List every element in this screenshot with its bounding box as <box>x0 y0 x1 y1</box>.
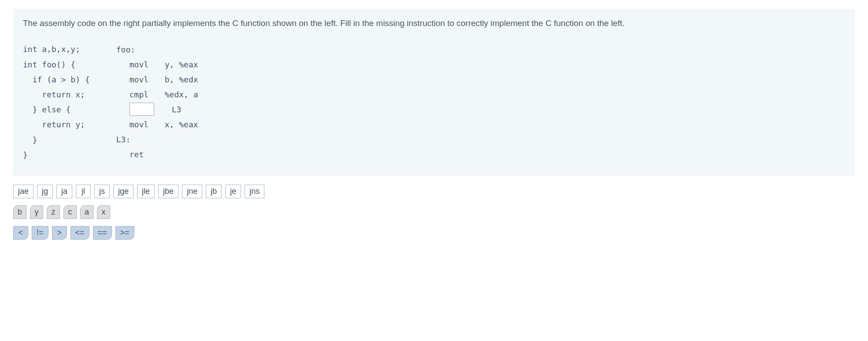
tile-var[interactable]: b <box>13 205 26 219</box>
tile-op[interactable]: != <box>32 226 48 240</box>
asm-args: y, %eax <box>165 60 198 69</box>
blank-input[interactable] <box>130 103 154 116</box>
tile-jump[interactable]: ja <box>56 185 72 198</box>
asm-line: cmpl %edx, a <box>116 87 198 102</box>
tile-jump[interactable]: jne <box>182 185 202 198</box>
asm-line-blank: L3 <box>116 102 198 117</box>
asm-op: ret <box>116 150 165 159</box>
asm-line: movl y, %eax <box>116 57 198 72</box>
asm-label: foo: <box>116 45 165 54</box>
tile-op[interactable]: >= <box>115 226 134 240</box>
instruction-text: The assembly code on the right partially… <box>23 17 845 30</box>
tile-jump[interactable]: jle <box>137 185 155 198</box>
tile-op[interactable]: <= <box>70 226 89 240</box>
asm-line: movl b, %edx <box>116 72 198 87</box>
asm-label: L3: <box>116 135 165 144</box>
asm-args: %edx, a <box>165 90 198 99</box>
asm-op: cmpl <box>116 90 165 99</box>
tile-jump[interactable]: jae <box>13 185 33 198</box>
tile-var[interactable]: z <box>47 205 60 219</box>
tile-jump[interactable]: jbe <box>158 185 178 198</box>
asm-op: movl <box>116 75 165 84</box>
code-row: int a,b,x,y; int foo() { if (a > b) { re… <box>23 42 845 163</box>
tile-var[interactable]: y <box>30 205 43 219</box>
asm-line: ret <box>116 147 198 162</box>
asm-line: foo: <box>116 42 198 57</box>
tile-op[interactable]: > <box>52 226 67 240</box>
tile-jump[interactable]: jl <box>76 185 91 198</box>
tile-jump[interactable]: jge <box>113 185 134 198</box>
asm-code-block: foo: movl y, %eax movl b, %edx cmpl %edx… <box>116 42 198 162</box>
asm-args: x, %eax <box>165 120 198 129</box>
asm-op: movl <box>116 60 165 69</box>
asm-line: L3: <box>116 132 198 147</box>
asm-op: movl <box>116 120 165 129</box>
tile-row-vars: b y z c a x <box>13 205 855 219</box>
c-code-block: int a,b,x,y; int foo() { if (a > b) { re… <box>23 42 90 163</box>
tile-var[interactable]: a <box>80 205 93 219</box>
tile-var[interactable]: c <box>63 205 77 219</box>
tile-row-ops: < != > <= == >= <box>13 226 855 240</box>
question-panel: The assembly code on the right partially… <box>13 9 855 176</box>
tile-row-jumps: jae jg ja jl js jge jle jbe jne jb je jn… <box>13 185 855 198</box>
asm-args: b, %edx <box>165 75 198 84</box>
tile-jump[interactable]: jb <box>206 185 222 198</box>
tile-jump[interactable]: je <box>225 185 241 198</box>
tile-op[interactable]: == <box>93 226 112 240</box>
asm-line: movl x, %eax <box>116 117 198 132</box>
tile-jump[interactable]: js <box>94 185 110 198</box>
tile-var[interactable]: x <box>97 205 110 219</box>
tile-jump[interactable]: jns <box>245 185 264 198</box>
tile-jump[interactable]: jg <box>37 185 53 198</box>
asm-args: L3 <box>172 105 182 114</box>
tile-op[interactable]: < <box>13 226 28 240</box>
